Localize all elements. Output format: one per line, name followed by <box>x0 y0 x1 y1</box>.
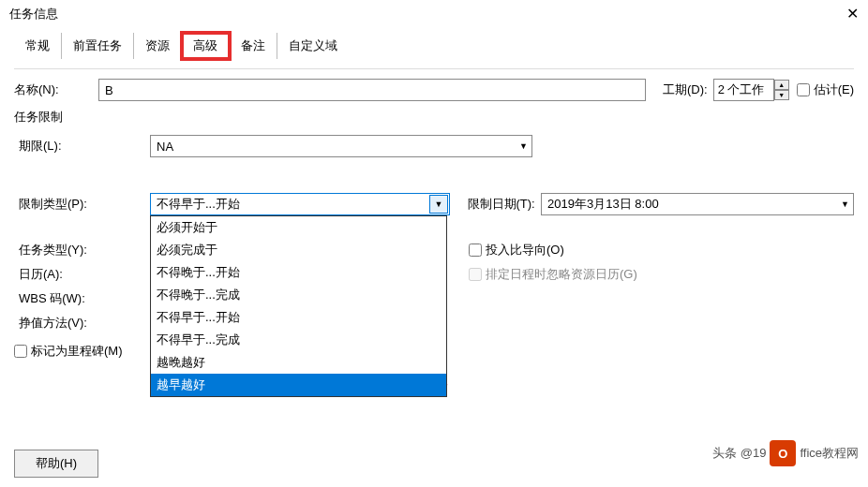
ev-method-label: 挣值方法(V): <box>19 315 150 332</box>
wbs-label: WBS 码(W): <box>19 290 150 307</box>
calendar-label: 日历(A): <box>19 266 150 283</box>
task-limit-section: 任务限制 <box>14 109 854 125</box>
estimate-checkbox[interactable] <box>797 83 810 96</box>
dropdown-option-selected[interactable]: 越早越好 <box>151 374 446 396</box>
tab-notes[interactable]: 备注 <box>230 33 277 59</box>
spinner-down-icon[interactable]: ▼ <box>774 90 789 100</box>
duration-spinner[interactable]: ▲ ▼ <box>774 80 789 100</box>
watermark: 头条 @19 O ffice教程网 <box>712 440 859 466</box>
dropdown-option[interactable]: 必须完成于 <box>151 239 446 261</box>
effort-driven-checkbox[interactable] <box>469 244 482 257</box>
tab-bar: 常规 前置任务 资源 高级 备注 自定义域 <box>14 33 854 59</box>
ignore-calendar-label: 排定日程时忽略资源日历(G) <box>486 266 637 283</box>
chevron-down-icon: ▼ <box>841 199 849 209</box>
name-input[interactable] <box>98 79 646 101</box>
dialog-title: 任务信息 <box>9 6 58 22</box>
duration-label: 工期(D): <box>663 81 708 98</box>
close-icon[interactable]: ✕ <box>846 5 859 22</box>
effort-driven-label: 投入比导向(O) <box>486 242 564 258</box>
dropdown-option[interactable]: 不得早于...开始 <box>151 306 446 329</box>
chevron-down-icon[interactable]: ▼ <box>429 195 448 214</box>
limit-date-label: 限制日期(T): <box>468 193 542 213</box>
office-logo-icon: O <box>770 440 796 466</box>
tab-resources[interactable]: 资源 <box>134 33 182 59</box>
dropdown-option[interactable]: 不得早于...完成 <box>151 329 446 351</box>
limit-type-select[interactable]: 不得早于...开始 ▼ <box>150 193 450 215</box>
tab-general[interactable]: 常规 <box>14 33 62 59</box>
milestone-label: 标记为里程碑(M) <box>31 343 123 360</box>
spinner-up-icon[interactable]: ▲ <box>774 80 789 90</box>
milestone-checkbox[interactable] <box>14 345 27 358</box>
tab-custom-fields[interactable]: 自定义域 <box>277 33 349 59</box>
deadline-label: 期限(L): <box>19 138 150 155</box>
task-type-label: 任务类型(Y): <box>19 242 150 258</box>
help-button[interactable]: 帮助(H) <box>14 450 98 478</box>
limit-type-label: 限制类型(P): <box>19 193 150 213</box>
titlebar: 任务信息 ✕ <box>0 0 868 28</box>
duration-input[interactable]: 2 个工作 <box>713 79 774 101</box>
tab-predecessors[interactable]: 前置任务 <box>62 33 134 59</box>
dropdown-option[interactable]: 不得晚于...开始 <box>151 261 446 284</box>
limit-date-select[interactable]: 2019年3月13日 8:00 ▼ <box>541 193 854 215</box>
ignore-calendar-checkbox <box>469 268 482 281</box>
name-label: 名称(N): <box>14 81 98 98</box>
dropdown-option[interactable]: 不得晚于...完成 <box>151 284 446 306</box>
deadline-select[interactable]: NA ▼ <box>150 135 532 157</box>
dropdown-option[interactable]: 越晚越好 <box>151 351 446 374</box>
chevron-down-icon: ▼ <box>519 141 528 151</box>
tab-advanced[interactable]: 高级 <box>182 33 230 59</box>
estimate-label: 估计(E) <box>814 81 854 98</box>
limit-type-dropdown: 必须开始于 必须完成于 不得晚于...开始 不得晚于...完成 不得早于...开… <box>150 215 447 397</box>
dropdown-option[interactable]: 必须开始于 <box>151 216 446 239</box>
limit-type-select-wrap: 不得早于...开始 ▼ 必须开始于 必须完成于 不得晚于...开始 不得晚于..… <box>150 193 450 215</box>
